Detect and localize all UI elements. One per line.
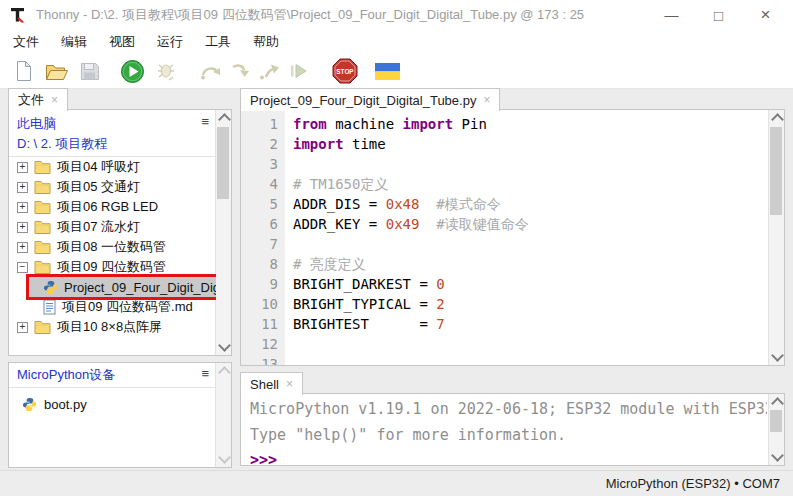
folder-icon: [34, 180, 51, 194]
menu-item-4[interactable]: 工具: [194, 30, 242, 54]
scroll-up-icon[interactable]: [218, 366, 231, 379]
thonny-logo-icon: [10, 7, 27, 24]
shell-scrollbar[interactable]: [768, 394, 784, 465]
collapse-icon[interactable]: −: [17, 262, 28, 273]
tab-files-label: 文件: [18, 91, 44, 109]
code-line[interactable]: from machine import Pin: [293, 114, 769, 134]
code-line[interactable]: ADDR_KEY = 0x49 #读取键值命令: [293, 214, 769, 234]
tree-item-label: 项目09 四位数码管: [57, 258, 166, 276]
tree-item-label: 项目08 一位数码管: [57, 238, 166, 256]
tree-item[interactable]: +项目05 交通灯: [9, 177, 216, 197]
shell-prompt[interactable]: >>>: [250, 448, 767, 465]
scroll-up-icon[interactable]: [771, 397, 784, 410]
scroll-up-icon[interactable]: [771, 113, 784, 126]
device-scrollbar[interactable]: [215, 363, 231, 467]
folder-icon: [34, 320, 51, 334]
thonny-window: Thonny - D:\2. 项目教程\项目09 四位数码管\Project_0…: [0, 0, 793, 496]
line-number: 7: [241, 234, 278, 254]
step-over-icon: [197, 58, 224, 85]
expand-icon[interactable]: +: [17, 162, 28, 173]
window-title: Thonny - D:\2. 项目教程\项目09 四位数码管\Project_0…: [36, 6, 584, 24]
code-line[interactable]: import time: [293, 134, 769, 154]
device-menu-icon[interactable]: ≡: [201, 368, 209, 380]
expand-icon[interactable]: +: [17, 222, 28, 233]
menu-item-5[interactable]: 帮助: [242, 30, 290, 54]
menu-item-3[interactable]: 运行: [146, 30, 194, 54]
new-file-icon[interactable]: [10, 58, 37, 85]
line-number: 12: [241, 334, 278, 354]
code-line[interactable]: [293, 154, 769, 174]
scroll-down-icon[interactable]: [771, 449, 784, 462]
code-line[interactable]: # TM1650定义: [293, 174, 769, 194]
step-out-icon: [255, 58, 282, 85]
md-icon: [43, 299, 56, 315]
tree-item-label: 项目05 交通灯: [57, 178, 140, 196]
interpreter-status[interactable]: MicroPython (ESP32) • COM7: [606, 476, 780, 491]
maximize-button[interactable]: □: [695, 0, 742, 30]
files-menu-icon[interactable]: ≡: [201, 116, 209, 128]
scrollbar-thumb[interactable]: [217, 127, 229, 199]
menu-bar: 文件编辑视图运行工具帮助: [0, 30, 793, 54]
tab-editor-close-icon[interactable]: ×: [483, 93, 490, 107]
tab-files[interactable]: 文件 ×: [8, 88, 68, 111]
tree-item[interactable]: 项目09 四位数码管.md: [9, 297, 216, 317]
tab-editor-label: Project_09_Four_Digit_Digital_Tube.py: [250, 93, 476, 108]
folder-icon: [34, 160, 51, 174]
run-script-icon[interactable]: [119, 58, 146, 85]
tree-item[interactable]: Project_09_Four_Digit_Digi: [29, 277, 216, 297]
code-line[interactable]: # 亮度定义: [293, 254, 769, 274]
scrollbar-thumb[interactable]: [770, 410, 782, 432]
tab-shell[interactable]: Shell ×: [240, 372, 303, 395]
scroll-down-icon[interactable]: [218, 339, 231, 352]
code-line[interactable]: ADDR_DIS = 0x48 #模式命令: [293, 194, 769, 214]
line-number: 3: [241, 154, 278, 174]
step-into-icon: [226, 58, 253, 85]
file-tree: +项目04 呼吸灯+项目05 交通灯+项目06 RGB LED+项目07 流水灯…: [9, 157, 216, 354]
shell-panel[interactable]: MicroPython v1.19.1 on 2022-06-18; ESP32…: [240, 393, 785, 466]
tree-item[interactable]: −项目09 四位数码管: [9, 257, 216, 277]
editor-scrollbar[interactable]: [768, 110, 784, 365]
code-editor[interactable]: 12345678910111213 from machine import Pi…: [240, 109, 785, 366]
open-file-icon[interactable]: [43, 58, 70, 85]
scroll-up-icon[interactable]: [218, 113, 231, 126]
files-scrollbar[interactable]: [215, 110, 231, 355]
tab-files-close-icon[interactable]: ×: [51, 93, 58, 107]
tree-item[interactable]: +项目10 8×8点阵屏: [9, 317, 216, 337]
menu-item-2[interactable]: 视图: [98, 30, 146, 54]
shell-line: Type "help()" for more information.: [250, 422, 767, 448]
code-line[interactable]: [293, 354, 769, 365]
ukraine-flag-icon[interactable]: [374, 58, 401, 85]
minimize-button[interactable]: —: [648, 0, 695, 30]
menu-item-0[interactable]: 文件: [2, 30, 50, 54]
current-path-link[interactable]: D: \ 2. 项目教程: [17, 134, 208, 154]
code-line[interactable]: BRIGHTEST = 7: [293, 314, 769, 334]
title-bar: Thonny - D:\2. 项目教程\项目09 四位数码管\Project_0…: [0, 0, 793, 30]
expand-icon[interactable]: +: [17, 182, 28, 193]
scroll-down-icon[interactable]: [771, 349, 784, 362]
status-bar: MicroPython (ESP32) • COM7: [0, 470, 793, 496]
code-line[interactable]: [293, 334, 769, 354]
scrollbar-thumb[interactable]: [770, 127, 782, 215]
menu-item-1[interactable]: 编辑: [50, 30, 98, 54]
line-number-gutter: 12345678910111213: [241, 110, 285, 365]
expand-icon[interactable]: +: [17, 242, 28, 253]
tree-item[interactable]: +项目08 一位数码管: [9, 237, 216, 257]
code-line[interactable]: BRIGHT_TYPICAL = 2: [293, 294, 769, 314]
tree-item[interactable]: +项目07 流水灯: [9, 217, 216, 237]
tree-item[interactable]: +项目04 呼吸灯: [9, 157, 216, 177]
expand-icon[interactable]: +: [17, 202, 28, 213]
debug-script-icon: [152, 58, 179, 85]
device-file-row[interactable]: boot.py: [9, 393, 231, 415]
tab-editor[interactable]: Project_09_Four_Digit_Digital_Tube.py ×: [240, 88, 500, 111]
expand-icon[interactable]: +: [17, 322, 28, 333]
code-area[interactable]: from machine import Pinimport time# TM16…: [285, 110, 769, 365]
code-line[interactable]: [293, 234, 769, 254]
line-number: 9: [241, 274, 278, 294]
close-button[interactable]: ×: [742, 0, 789, 30]
stop-restart-icon[interactable]: STOP: [331, 58, 358, 85]
scroll-down-icon[interactable]: [218, 451, 231, 464]
this-pc-link[interactable]: 此电脑: [17, 114, 208, 134]
tree-item[interactable]: +项目06 RGB LED: [9, 197, 216, 217]
code-line[interactable]: BRIGHT_DARKEST = 0: [293, 274, 769, 294]
tab-shell-close-icon[interactable]: ×: [286, 377, 293, 391]
